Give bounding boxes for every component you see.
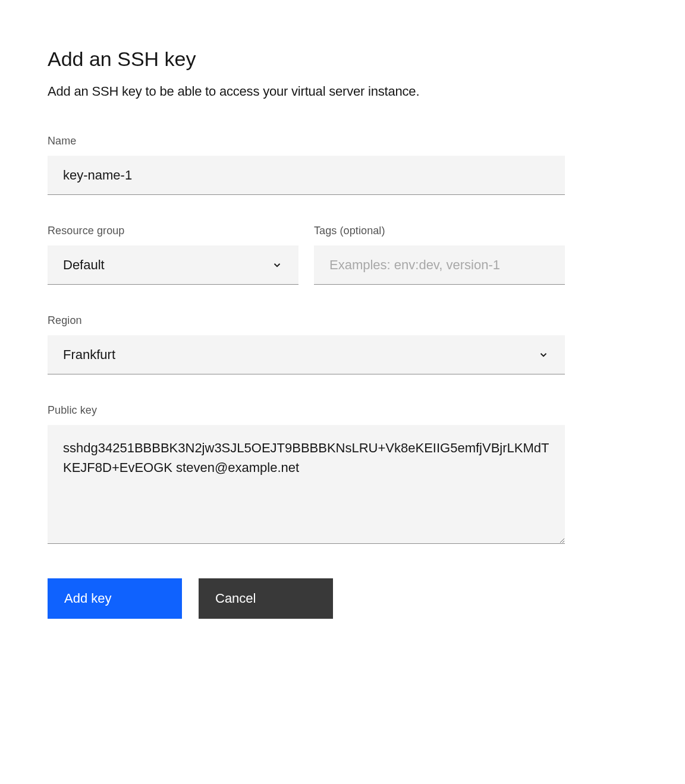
chevron-down-icon [538, 349, 549, 361]
page-subtitle: Add an SSH key to be able to access your… [48, 84, 565, 99]
resource-group-value: Default [63, 257, 105, 273]
field-public-key: Public key [48, 404, 565, 546]
tags-input[interactable] [314, 245, 565, 285]
chevron-down-icon [271, 259, 283, 271]
field-region: Region Frankfurt [48, 314, 565, 374]
field-resource-group: Resource group Default [48, 225, 298, 285]
field-name: Name [48, 135, 565, 195]
action-buttons: Add key Cancel [48, 578, 565, 619]
add-ssh-key-form: Add an SSH key Add an SSH key to be able… [48, 48, 565, 619]
name-input[interactable] [48, 156, 565, 195]
region-select[interactable]: Frankfurt [48, 335, 565, 374]
public-key-textarea[interactable] [48, 425, 565, 544]
resource-group-label: Resource group [48, 225, 298, 237]
region-value: Frankfurt [63, 347, 115, 363]
public-key-label: Public key [48, 404, 565, 417]
add-key-button[interactable]: Add key [48, 578, 182, 619]
region-label: Region [48, 314, 565, 327]
field-tags: Tags (optional) [314, 225, 565, 285]
cancel-button[interactable]: Cancel [199, 578, 333, 619]
resource-group-select[interactable]: Default [48, 245, 298, 285]
page-title: Add an SSH key [48, 48, 565, 71]
tags-label: Tags (optional) [314, 225, 565, 237]
name-label: Name [48, 135, 565, 147]
